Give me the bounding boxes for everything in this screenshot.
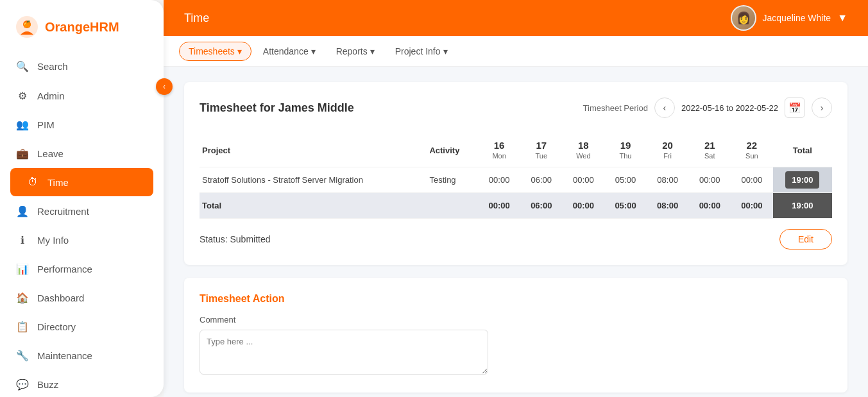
sidebar-item-buzz[interactable]: 💬 Buzz [0,370,164,397]
total-hour-2: 00:00 [563,193,605,219]
prev-period-button[interactable]: ‹ [654,97,675,118]
reports-chevron: ▾ [370,46,375,56]
header: Time 👩 Jacqueline White ▼ [164,0,868,36]
tab-attendance[interactable]: Attendance ▾ [254,42,325,60]
attendance-chevron: ▾ [311,46,316,56]
admin-icon: ⚙ [15,89,30,103]
next-period-button[interactable]: › [812,97,832,118]
total-label: Total [200,193,424,219]
tab-reports[interactable]: Reports ▾ [327,42,384,60]
col-day-22: 22 Sun [731,133,773,167]
sidebar-item-label: Performance [37,264,92,275]
grand-total-badge: 19:00 [785,197,819,214]
sub-navigation: Timesheets ▾ Attendance ▾ Reports ▾ Proj… [164,36,868,67]
project-info-chevron: ▾ [443,46,448,56]
sidebar-item-label: Recruitment [37,206,89,217]
timesheet-title: Timesheet for James Middle [200,101,354,115]
period-controls: Timesheet Period ‹ 2022-05-16 to 2022-05… [583,97,832,118]
row-hour-4: 08:00 [647,167,689,193]
directory-icon: 📋 [15,319,30,334]
row-hour-1: 06:00 [520,167,563,193]
main-content: Time 👩 Jacqueline White ▼ Timesheets ▾ A… [164,0,868,397]
col-day-20: 20 Fri [647,133,689,167]
sidebar: 🍊 OrangeHRM 🔍 Search ⚙ Admin 👥 PIM 💼 Lea… [0,0,164,397]
row-hour-5: 00:00 [688,167,731,193]
user-dropdown-icon: ▼ [837,12,847,24]
status-bar: Status: Submitted Edit [200,219,832,249]
sidebar-item-label: Time [47,177,69,188]
sidebar-item-label: Maintenance [37,350,92,361]
leave-icon: 💼 [15,146,30,160]
total-hour-6: 00:00 [731,193,773,219]
collapse-button[interactable]: ‹ [156,78,173,95]
col-day-17: 17 Tue [520,133,563,167]
sidebar-item-directory[interactable]: 📋 Directory [0,312,164,341]
sidebar-item-label: Directory [37,321,76,332]
page-content: Timesheet for James Middle Timesheet Per… [164,67,868,397]
sidebar-item-admin[interactable]: ⚙ Admin [0,81,164,110]
row-total-badge: 19:00 [785,171,819,189]
total-hour-5: 00:00 [688,193,731,219]
total-hour-1: 06:00 [520,193,563,219]
pim-icon: 👥 [15,117,30,131]
action-card: Timesheet Action Comment [184,278,847,393]
row-total: 19:00 [773,167,832,193]
sidebar-item-maintenance[interactable]: 🔧 Maintenance [0,341,164,369]
comment-input[interactable] [200,330,488,375]
time-icon: ⏱ [26,175,40,189]
row-hour-2: 00:00 [563,167,605,193]
col-total: Total [773,133,832,167]
sidebar-item-leave[interactable]: 💼 Leave [0,139,164,167]
comment-label: Comment [200,315,832,325]
timesheet-table: Project Activity 16 Mon 17 Tue 18 Wed [200,133,832,219]
sidebar-item-time[interactable]: ⏱ Time [10,168,153,196]
calendar-button[interactable]: 📅 [785,97,805,118]
totals-row: Total 00:00 06:00 00:00 05:00 08:00 00:0… [200,193,832,219]
user-name: Jacqueline White [763,13,831,23]
app-name: OrangeHRM [45,20,119,35]
search-item[interactable]: 🔍 Search [0,51,164,81]
total-spacer [424,193,478,219]
sidebar-item-label: PIM [37,119,55,130]
period-label: Timesheet Period [583,103,648,113]
logo-icon: 🍊 [15,15,38,38]
sidebar-item-performance[interactable]: 📊 Performance [0,255,164,283]
sidebar-item-label: My Info [37,235,69,246]
performance-icon: 📊 [15,262,30,276]
sidebar-item-dashboard[interactable]: 🏠 Dashboard [0,283,164,312]
row-hour-6: 00:00 [731,167,773,193]
sidebar-item-pim[interactable]: 👥 PIM [0,110,164,139]
tab-project-info[interactable]: Project Info ▾ [386,42,457,60]
row-project: Stratoff Solutions - Stratoff Server Mig… [200,167,424,193]
user-menu[interactable]: 👩 Jacqueline White ▼ [731,5,847,31]
sidebar-item-label: Admin [37,90,65,101]
timesheet-card: Timesheet for James Middle Timesheet Per… [184,82,847,265]
dashboard-icon: 🏠 [15,291,30,305]
my-info-icon: ℹ [15,233,30,247]
grand-total-cell: 19:00 [773,193,832,219]
col-project: Project [200,133,424,167]
row-hour-0: 00:00 [478,167,520,193]
total-hour-0: 00:00 [478,193,520,219]
edit-button[interactable]: Edit [779,229,832,249]
sidebar-item-my-info[interactable]: ℹ My Info [0,226,164,254]
table-header-row: Project Activity 16 Mon 17 Tue 18 Wed [200,133,832,167]
sidebar-item-label: Buzz [37,379,58,390]
logo: 🍊 OrangeHRM [0,10,164,51]
avatar: 👩 [731,5,756,31]
search-icon: 🔍 [15,59,30,73]
tab-timesheets[interactable]: Timesheets ▾ [179,42,251,61]
sidebar-item-label: Leave [37,148,64,159]
recruitment-icon: 👤 [15,204,30,218]
col-day-21: 21 Sat [688,133,731,167]
row-hour-3: 05:00 [604,167,647,193]
col-day-19: 19 Thu [604,133,647,167]
col-day-18: 18 Wed [563,133,605,167]
timesheet-header: Timesheet for James Middle Timesheet Per… [200,97,832,118]
nav-list: ⚙ Admin 👥 PIM 💼 Leave ⏱ Time 👤 Recruitme… [0,81,164,397]
sidebar-item-recruitment[interactable]: 👤 Recruitment [0,197,164,225]
timesheets-chevron: ▾ [237,46,242,56]
row-activity: Testing [424,167,478,193]
col-day-16: 16 Mon [478,133,520,167]
avatar-image: 👩 [732,6,755,30]
